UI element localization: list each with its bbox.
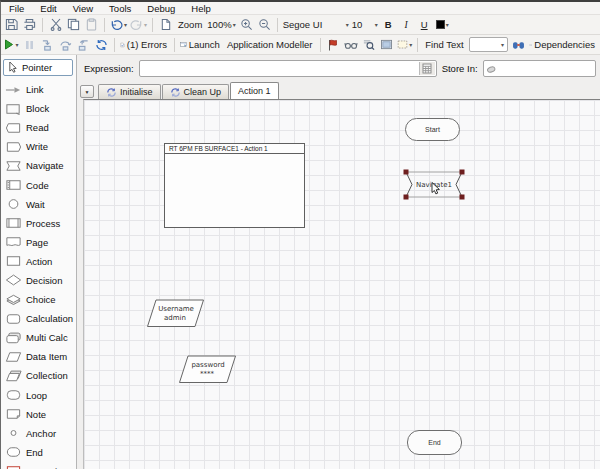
print-button[interactable] <box>22 17 37 33</box>
sidebar-item-note[interactable]: Note <box>1 405 76 424</box>
zoom-out-button[interactable] <box>257 17 272 33</box>
data-item-username-shape[interactable]: Username admin <box>146 299 205 328</box>
selection-handle[interactable] <box>404 195 409 200</box>
play-dropdown-arrow[interactable]: ▾ <box>15 41 18 48</box>
block-stage-shape[interactable]: RT 6PM FB SURFACE1 - Action 1 <box>164 143 305 228</box>
pointer-tool-label: Pointer <box>22 62 52 73</box>
sidebar-item-end[interactable]: End <box>1 443 76 462</box>
font-family-select[interactable]: Segoe UI▾ <box>283 17 349 33</box>
navigate-stage-icon <box>4 160 23 172</box>
italic-button[interactable]: I <box>399 17 414 33</box>
font-family-dropdown-arrow: ▾ <box>346 21 349 28</box>
watch-button[interactable] <box>343 37 358 53</box>
redo-dropdown-arrow[interactable]: ▾ <box>144 21 147 28</box>
sidebar-item-anchor[interactable]: Anchor <box>1 424 76 443</box>
sidebar-item-data-item[interactable]: Data Item <box>1 347 76 366</box>
sidebar-item-link[interactable]: Link <box>1 80 76 99</box>
sidebar-item-decision[interactable]: Decision <box>1 271 76 290</box>
redo-button[interactable]: ▾ <box>130 17 147 33</box>
link-stage-icon <box>4 84 23 96</box>
menu-file[interactable]: File <box>1 2 32 14</box>
region-dropdown-arrow[interactable]: ▾ <box>409 41 412 48</box>
tab-clean-up[interactable]: Clean Up <box>162 84 230 99</box>
sidebar-item-page[interactable]: Page <box>1 233 76 252</box>
new-page-button[interactable] <box>158 17 173 33</box>
pointer-tool-button[interactable]: Pointer <box>3 59 73 76</box>
selection-handle[interactable] <box>460 170 465 175</box>
cut-button[interactable] <box>48 17 63 33</box>
menu-view[interactable]: View <box>65 2 101 14</box>
screenshot-button[interactable] <box>379 37 394 53</box>
sidebar-item-loop[interactable]: Loop <box>1 386 76 405</box>
sidebar-item-calculation[interactable]: Calculation <box>1 309 76 328</box>
menu-debug[interactable]: Debug <box>139 2 183 14</box>
bold-button[interactable]: B <box>381 17 396 33</box>
find-next-button[interactable] <box>511 37 526 53</box>
validate-errors-button[interactable]: (1) Errors <box>120 37 169 53</box>
sidebar-item-process[interactable]: Process <box>1 214 76 233</box>
save-button[interactable] <box>4 17 19 33</box>
zoom-dropdown-arrow: ▾ <box>233 21 236 28</box>
sidebar-item-block[interactable]: Block <box>1 99 76 118</box>
sidebar-item-choice[interactable]: Choice <box>1 290 76 309</box>
sidebar-item-write[interactable]: Write <box>1 137 76 156</box>
step-over-button[interactable] <box>58 37 73 53</box>
expression-input[interactable] <box>140 61 436 76</box>
expression-bar: Expression: Store In: <box>77 55 600 81</box>
store-in-input[interactable] <box>484 61 595 76</box>
copy-button[interactable] <box>66 17 81 33</box>
menu-help[interactable]: Help <box>183 2 219 14</box>
expression-editor-button[interactable] <box>419 62 435 75</box>
find-text-input[interactable]: ▾ <box>469 37 508 52</box>
tab-action-1[interactable]: Action 1 <box>230 82 279 99</box>
find-text-dropdown-arrow[interactable]: ▾ <box>501 41 504 48</box>
sidebar-item-multi-calc[interactable]: Multi Calc <box>1 328 76 347</box>
font-color-button[interactable]: ▾ <box>435 17 450 33</box>
note-stage-icon <box>4 408 23 420</box>
selection-handle[interactable] <box>460 195 465 200</box>
menu-tools[interactable]: Tools <box>101 2 139 14</box>
reset-button[interactable] <box>94 37 109 53</box>
breakpoint-flag-button[interactable] <box>325 37 340 53</box>
launch-button[interactable]: Launch <box>180 37 222 53</box>
data-item-value: admin <box>164 314 186 322</box>
menu-edit[interactable]: Edit <box>32 2 64 14</box>
sidebar-item-action[interactable]: Action <box>1 252 76 271</box>
undo-dropdown-arrow[interactable]: ▾ <box>124 21 127 28</box>
zoom-in-button[interactable] <box>239 17 254 33</box>
application-modeller-button[interactable]: Application Modeller <box>225 37 315 53</box>
sidebar-item-wait[interactable]: Wait <box>1 195 76 214</box>
launch-label: Launch <box>187 39 222 50</box>
underline-button[interactable]: U <box>417 17 432 33</box>
end-stage-shape[interactable]: End <box>407 430 462 455</box>
sidebar-item-read[interactable]: Read <box>1 118 76 137</box>
calculator-icon <box>422 63 432 74</box>
sidebar-item-collection[interactable]: Collection <box>1 366 76 385</box>
sidebar-item-code[interactable]: Code <box>1 175 76 194</box>
stage-label: Process <box>26 218 60 229</box>
dependencies-label: Dependencies <box>532 39 597 50</box>
zoom-select[interactable]: 100%▾ <box>207 17 235 33</box>
step-out-button[interactable] <box>76 37 91 53</box>
find-text-label: Find Text <box>423 39 465 50</box>
tab-list-dropdown-button[interactable]: ▼ <box>80 85 94 98</box>
pause-button[interactable] <box>22 37 37 53</box>
selection-handle[interactable] <box>404 170 409 175</box>
step-into-button[interactable] <box>40 37 55 53</box>
stage-label: Anchor <box>26 428 56 439</box>
sidebar-item-navigate[interactable]: Navigate <box>1 156 76 175</box>
play-button[interactable]: ▾ <box>4 37 19 53</box>
tab-initialise[interactable]: Initialise <box>98 84 161 99</box>
start-stage-shape[interactable]: Start <box>405 118 460 141</box>
search-button[interactable] <box>361 37 376 53</box>
font-color-dropdown-arrow[interactable]: ▾ <box>446 21 449 28</box>
sidebar-item-exception[interactable]: Exception <box>1 462 76 469</box>
data-item-password-shape[interactable]: password **** <box>178 355 237 384</box>
tab-label: Initialise <box>120 87 153 97</box>
dependencies-button[interactable]: Dependencies <box>529 37 597 53</box>
paste-button[interactable] <box>84 17 99 33</box>
flowchart-canvas[interactable]: RT 6PM FB SURFACE1 - Action 1 Start Navi… <box>83 99 600 469</box>
font-size-select[interactable]: 10▾ <box>352 17 378 33</box>
region-button[interactable]: ▾ <box>397 37 412 53</box>
undo-button[interactable]: ▾ <box>110 17 127 33</box>
